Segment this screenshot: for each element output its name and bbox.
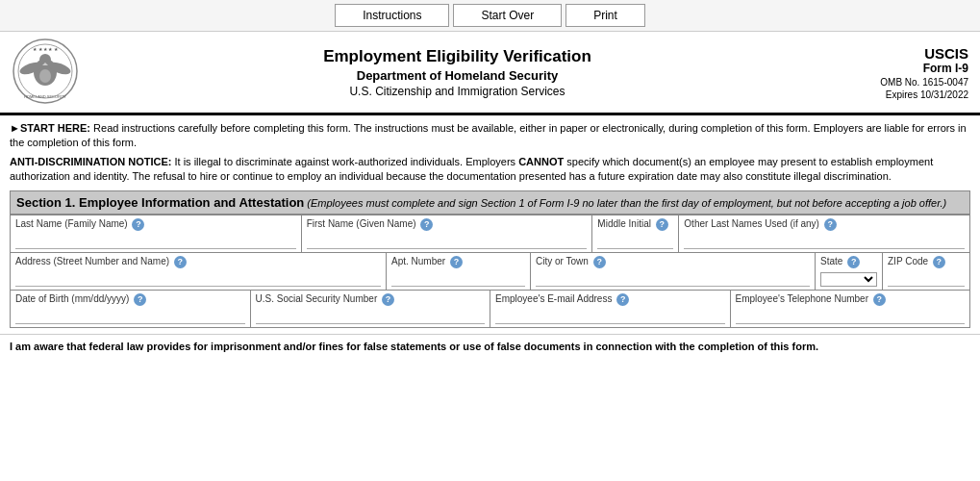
email-help-icon[interactable]: ? [616,293,629,306]
anti-discrimination-notice: ANTI-DISCRIMINATION NOTICE: It is illega… [10,155,970,185]
form-main-title: Employment Eligibility Verification [81,47,834,66]
dhs-seal-icon: ★ ★ ★ ★ ★ HOMELAND SECURITY [12,38,79,105]
city-cell: City or Town ? [531,253,816,290]
start-here-label: ►START HERE: [10,122,90,134]
start-over-button[interactable]: Start Over [453,4,562,27]
middle-initial-input[interactable] [597,233,673,249]
city-help-icon[interactable]: ? [593,256,606,268]
email-label: Employee's E-mail Address ? [495,293,725,306]
city-input[interactable] [536,270,810,287]
address-cell: Address (Street Number and Name) ? [11,253,387,290]
section1-subtitle-part1: (Employees must complete and sign Sectio… [304,197,662,209]
zip-input[interactable] [888,270,965,287]
svg-point-9 [39,69,51,83]
last-name-cell: Last Name (Family Name) ? [11,215,302,252]
form-header: ★ ★ ★ ★ ★ HOMELAND SECURITY Employment E… [0,32,980,115]
instructions-button[interactable]: Instructions [335,4,449,27]
form-number: Form I-9 [834,62,968,75]
top-navigation: Instructions Start Over Print [0,0,980,32]
apt-label: Apt. Number ? [391,256,525,268]
ssn-cell: U.S. Social Security Number ? [251,291,491,327]
phone-input[interactable] [736,308,966,324]
dob-label: Date of Birth (mm/dd/yyyy) ? [15,293,245,306]
address-label: Address (Street Number and Name) ? [15,256,381,268]
phone-cell: Employee's Telephone Number ? [731,291,970,327]
section1-subtitle-bold: first day of employment [662,197,771,209]
state-label: State ? [820,256,877,268]
agency-name: Department of Homeland Security [81,68,834,83]
address-input[interactable] [15,270,381,287]
bottom-notice-text: I am aware that federal law provides for… [10,341,818,352]
first-name-label: First Name (Given Name) ? [307,218,588,231]
agency-logo: ★ ★ ★ ★ ★ HOMELAND SECURITY [12,38,81,107]
ssn-help-icon[interactable]: ? [382,293,394,306]
section1-subtitle-part2: , but not before accepting a job offer.) [771,197,946,209]
header-right: USCIS Form I-9 OMB No. 1615-0047 Expires… [834,45,968,100]
phone-help-icon[interactable]: ? [873,293,886,306]
section1-header: Section 1. Employee Information and Atte… [11,191,969,215]
other-last-name-cell: Other Last Names Used (if any) ? [679,215,969,252]
middle-initial-help-icon[interactable]: ? [656,218,668,231]
form-content: ►START HERE: Read instructions carefully… [0,115,980,334]
zip-help-icon[interactable]: ? [933,256,945,268]
other-last-name-input[interactable] [684,233,965,249]
dob-cell: Date of Birth (mm/dd/yyyy) ? [11,291,251,327]
first-name-help-icon[interactable]: ? [420,218,433,231]
form-row-dob-ssn: Date of Birth (mm/dd/yyyy) ? U.S. Social… [11,290,969,327]
first-name-cell: First Name (Given Name) ? [302,215,593,252]
other-last-name-label: Other Last Names Used (if any) ? [684,218,965,231]
omb-number: OMB No. 1615-0047 [834,77,968,88]
address-help-icon[interactable]: ? [174,256,187,268]
dob-input[interactable] [15,308,245,324]
apt-help-icon[interactable]: ? [450,256,463,268]
expiry-date: Expires 10/31/2022 [834,89,968,100]
print-button[interactable]: Print [565,4,645,27]
phone-label: Employee's Telephone Number ? [736,293,966,306]
state-help-icon[interactable]: ? [847,256,860,268]
ssn-input[interactable] [256,308,486,324]
first-name-input[interactable] [307,233,588,249]
apt-input[interactable] [391,270,525,287]
start-here-notice: ►START HERE: Read instructions carefully… [10,121,970,151]
email-input[interactable] [495,308,725,324]
form-row-name: Last Name (Family Name) ? First Name (Gi… [11,215,969,252]
state-cell: State ? ALAKAZAR CACOCTDE FLGAHIID ILINI… [816,253,883,290]
form-row-address: Address (Street Number and Name) ? Apt. … [11,252,969,290]
svg-text:★ ★ ★ ★ ★: ★ ★ ★ ★ ★ [33,46,59,52]
apt-cell: Apt. Number ? [387,253,531,290]
last-name-input[interactable] [15,233,296,249]
svg-text:HOMELAND SECURITY: HOMELAND SECURITY [24,94,66,99]
header-center: Employment Eligibility Verification Depa… [81,47,834,98]
bottom-notice: I am aware that federal law provides for… [0,334,980,358]
state-select[interactable]: ALAKAZAR CACOCTDE FLGAHIID ILINIAKS KYLA… [820,272,877,287]
zip-cell: ZIP Code ? [883,253,969,290]
middle-initial-label: Middle Initial ? [597,218,673,231]
ssn-label: U.S. Social Security Number ? [256,293,486,306]
section1-title: Section 1. Employee Information and Atte… [16,195,304,210]
last-name-help-icon[interactable]: ? [132,218,144,231]
other-last-name-help-icon[interactable]: ? [824,218,837,231]
middle-initial-cell: Middle Initial ? [592,215,679,252]
zip-label: ZIP Code ? [888,256,965,268]
anti-disc-text1: It is illegal to discriminate against wo… [171,156,518,167]
last-name-label: Last Name (Family Name) ? [15,218,296,231]
anti-disc-cannot: CANNOT [518,156,564,167]
start-here-text: Read instructions carefully before compl… [10,122,967,148]
section1-box: Section 1. Employee Information and Atte… [10,190,970,328]
anti-disc-label: ANTI-DISCRIMINATION NOTICE: [10,156,171,167]
email-cell: Employee's E-mail Address ? [490,291,731,327]
dob-help-icon[interactable]: ? [134,293,146,306]
city-label: City or Town ? [536,256,810,268]
agency-abbr: USCIS [834,45,968,62]
agency-sub: U.S. Citizenship and Immigration Service… [81,85,834,98]
